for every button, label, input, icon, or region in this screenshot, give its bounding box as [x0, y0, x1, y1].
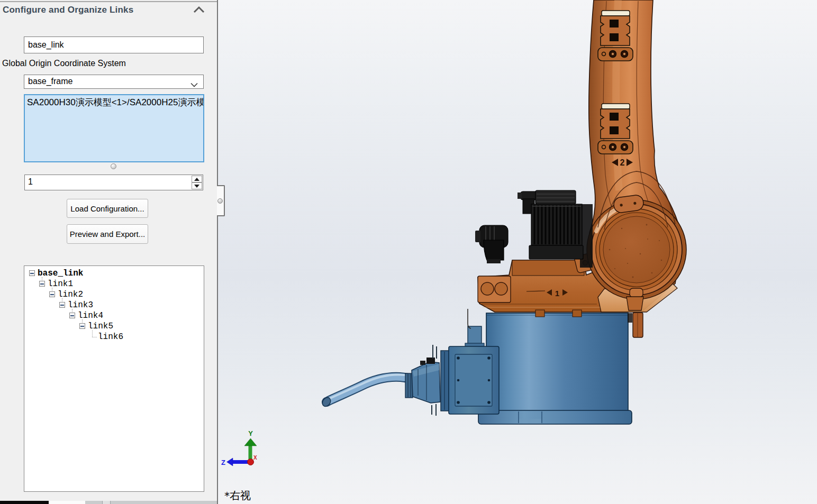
dropdown-value: base_frame: [28, 77, 73, 86]
tree-connector: [92, 330, 93, 337]
tree-connector: [62, 298, 62, 301]
tree-node-link5[interactable]: link5: [24, 321, 204, 332]
chevron-down-icon: [190, 80, 198, 89]
link-tree[interactable]: base_linklink1link2link3link4link5link6: [24, 265, 204, 492]
minus-icon: [80, 326, 84, 327]
tree-connector: [82, 319, 83, 323]
base-cylinder: [486, 313, 628, 411]
svg-text:1: 1: [555, 289, 559, 298]
coordinate-system-label: Global Origin Coordinate System: [2, 59, 126, 68]
spinner-down-button[interactable]: [192, 182, 202, 189]
tree-node-link2[interactable]: link2: [24, 289, 204, 300]
selected-components-listbox[interactable]: SA2000H30演示模型<1>/SA2000H25演示模型<1>: [24, 94, 204, 162]
tree-collapse-box[interactable]: [29, 270, 35, 276]
tree-collapse-box[interactable]: [59, 302, 65, 308]
triad-x-axis: [248, 459, 254, 465]
coordinate-system-dropdown[interactable]: base_frame: [24, 75, 204, 89]
triad-x-label: X: [253, 455, 257, 461]
down-triangle-icon: [194, 185, 199, 188]
panel-title: Configure and Organize Links: [3, 5, 133, 15]
solidworks-window: Configure and Organize Links Global Orig…: [0, 0, 817, 504]
panel-splitter-handle[interactable]: [217, 185, 225, 216]
tree-collapse-box[interactable]: [49, 291, 55, 297]
robot-3d-model: 1: [218, 0, 817, 504]
minus-icon: [50, 294, 54, 295]
tree-connector: [92, 337, 97, 337]
tree-node-link4[interactable]: link4: [24, 310, 204, 321]
preview-and-export-button[interactable]: Preview and Export...: [67, 224, 148, 244]
panel-top-divider: [0, 1, 217, 2]
robot-shoulder-joint-hub: [587, 200, 686, 299]
scrollbar-segment-light: [49, 501, 85, 504]
listbox-item[interactable]: SA2000H30演示模型<1>/SA2000H25演示模型<1>: [27, 96, 204, 108]
robot-base-group: [321, 313, 632, 424]
minus-icon: [70, 315, 74, 316]
tree-node-base_link[interactable]: base_link: [24, 268, 204, 279]
tree-connector: [52, 288, 52, 291]
origin-triad: X Y Z: [221, 429, 257, 466]
minus-icon: [60, 305, 64, 306]
chevron-up-icon: [193, 6, 205, 13]
tree-collapse-box[interactable]: [39, 281, 45, 287]
minus-icon: [40, 283, 44, 285]
spinner-up-button[interactable]: [192, 176, 202, 182]
link-name-input[interactable]: [24, 36, 204, 53]
base-plate: [478, 410, 632, 424]
panel-horizontal-scrollbar[interactable]: [0, 501, 217, 504]
arm-connector-block-1: [598, 11, 633, 61]
tree-connector: [72, 309, 72, 312]
tree-node-label: link6: [98, 332, 123, 342]
wire: [468, 309, 471, 328]
tree-node-link6[interactable]: link6: [24, 332, 204, 342]
scrollbar-segment-dark: [0, 501, 49, 504]
property-manager-panel: Configure and Organize Links Global Orig…: [0, 0, 218, 504]
scrollbar-thumb[interactable]: [102, 501, 111, 504]
triad-y-label: Y: [248, 429, 253, 437]
triad-z-label: Z: [221, 459, 225, 466]
minus-icon: [30, 273, 34, 274]
arm-connector-block-2: [598, 104, 633, 154]
graphics-viewport[interactable]: 1: [218, 0, 817, 504]
tree-connector: [42, 277, 42, 280]
up-triangle-icon: [194, 178, 199, 181]
collapse-panel-button[interactable]: [193, 6, 205, 13]
view-orientation-label: *右视: [224, 489, 251, 503]
plug-connector-block: [426, 358, 435, 364]
svg-text:2: 2: [620, 158, 625, 167]
tree-node-link3[interactable]: link3: [24, 300, 204, 310]
quantity-spinner[interactable]: 1: [24, 175, 203, 190]
tree-collapse-box[interactable]: [69, 313, 75, 318]
tree-node-link1[interactable]: link1: [24, 279, 204, 289]
spinner-value: 1: [28, 177, 33, 187]
panel-header: Configure and Organize Links: [3, 5, 214, 17]
splitter-grip-dot: [217, 198, 223, 204]
motor-assembly: [475, 190, 593, 268]
load-configuration-button[interactable]: Load Configuration...: [67, 199, 148, 218]
listbox-resize-grip[interactable]: [111, 163, 116, 169]
tree-node-label: base_link: [38, 269, 83, 278]
tree-collapse-box[interactable]: [79, 323, 85, 329]
